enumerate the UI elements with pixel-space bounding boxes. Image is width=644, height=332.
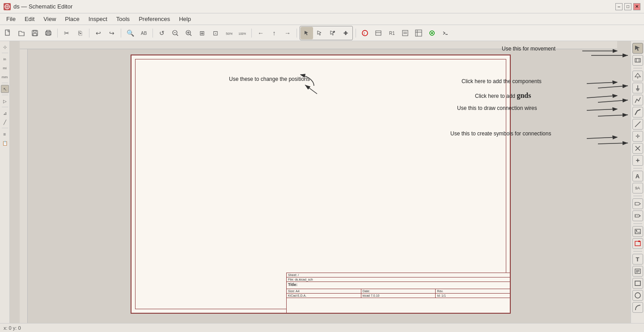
svg-point-83 [635, 293, 640, 298]
pin-table-button[interactable] [412, 27, 425, 39]
minimize-button[interactable]: – [615, 3, 623, 10]
maximize-button[interactable]: □ [624, 3, 631, 10]
move-tools-group [300, 26, 353, 40]
tb-size-label: Size: A4 [287, 289, 361, 293]
svg-text:50%: 50% [226, 32, 233, 36]
svg-rect-6 [33, 34, 37, 36]
left-tool-grid[interactable]: ⊹ [1, 43, 9, 51]
align-tool[interactable] [339, 27, 352, 39]
menu-file[interactable]: File [2, 15, 20, 23]
nav-forward-button[interactable]: → [281, 27, 294, 39]
rs-draw-bus[interactable] [632, 107, 643, 118]
undo-button[interactable]: ↩ [92, 27, 105, 39]
print-button[interactable] [42, 27, 55, 39]
rs-add-symbol[interactable] [632, 71, 643, 81]
rs-draw-wire[interactable] [632, 95, 643, 105]
left-tool-line[interactable]: ╱ [1, 118, 9, 126]
bom-button[interactable] [399, 27, 411, 39]
tb-sheet-label: Sheet: / [287, 273, 510, 277]
svg-line-43 [598, 86, 628, 88]
rs-add-label[interactable]: A [632, 171, 643, 181]
svg-marker-70 [635, 202, 640, 205]
annotate-button[interactable]: R1 [386, 27, 398, 39]
rs-add-hier-label[interactable] [632, 198, 643, 209]
zoom-100-button[interactable]: 100% [236, 27, 249, 39]
menu-preferences[interactable]: Preferences [134, 15, 174, 23]
nav-up-button[interactable]: ↑ [268, 27, 280, 39]
menu-help[interactable]: Help [174, 15, 195, 23]
left-tool-measure[interactable]: ⊿ [1, 109, 9, 117]
svg-marker-58 [635, 73, 640, 77]
rs-add-hier-pin[interactable] [632, 210, 643, 221]
rs-draw-arc[interactable] [632, 302, 643, 313]
rs-select-tool[interactable] [632, 43, 643, 54]
rs-add-power[interactable] [632, 83, 643, 93]
canvas-area[interactable]: Sheet: / File: ds.kicad_sch Title: Size:… [10, 41, 631, 332]
refresh-button[interactable]: ↺ [156, 27, 168, 39]
svg-line-51 [587, 109, 617, 110]
rs-add-global-label[interactable]: 9A [632, 183, 643, 193]
rs-add-pin[interactable] [632, 155, 643, 166]
rs-add-textbox[interactable] [632, 266, 643, 277]
copy-button[interactable]: ⎘ [74, 27, 86, 39]
rs-draw-rect[interactable] [632, 278, 643, 289]
scripting-button[interactable] [439, 27, 452, 39]
annotation-symbols-text: Use this to create symbols for connectio… [450, 130, 551, 137]
netlist-button[interactable] [372, 27, 385, 39]
tb-kicad-version: kicad 7.0.10 [361, 294, 436, 298]
left-tool-sheet[interactable]: 📋 [1, 139, 9, 147]
tb-title-label: Title: [287, 282, 510, 289]
close-button[interactable]: ✕ [633, 3, 640, 10]
rs-add-image[interactable] [632, 226, 643, 237]
menu-inspect[interactable]: Inspect [84, 15, 112, 23]
rs-junction[interactable]: ✛ [632, 131, 643, 142]
left-tool-mm[interactable]: mm [1, 73, 9, 81]
erc-button[interactable]: ! [359, 27, 371, 39]
rs-no-connect[interactable] [632, 143, 643, 154]
rs-draw-circle[interactable] [632, 290, 643, 301]
zoom-fit-button[interactable]: ⊞ [196, 27, 208, 39]
svg-line-44 [598, 100, 628, 102]
tb-row-sheet: Sheet: / [287, 273, 510, 277]
tb-page-label: Id: 1/1 [436, 294, 510, 298]
menu-tools[interactable]: Tools [112, 15, 134, 23]
left-tool-hierarchy[interactable]: ≡ [1, 130, 9, 138]
rs-add-text[interactable]: T [632, 254, 643, 265]
pcb-button[interactable] [426, 27, 438, 39]
left-tool-cursor[interactable]: ↖ [1, 85, 9, 93]
cut-button[interactable]: ✂ [60, 27, 73, 39]
left-tool-inch[interactable]: in [1, 55, 9, 63]
rs-draw-line[interactable] [632, 119, 643, 130]
replace-button[interactable]: AB [137, 27, 150, 39]
select-tool[interactable] [301, 27, 313, 39]
svg-rect-55 [635, 59, 640, 62]
rs-add-image2[interactable] [632, 238, 643, 249]
rs-sep-3 [633, 196, 642, 196]
rs-sep-2 [633, 168, 642, 168]
new-button[interactable] [2, 27, 14, 39]
move-tool[interactable] [314, 27, 326, 39]
open-button[interactable] [15, 27, 28, 39]
svg-rect-3 [5, 30, 9, 35]
move2-tool[interactable] [326, 27, 339, 39]
nav-back-button[interactable]: ← [254, 27, 267, 39]
save-button[interactable] [29, 27, 41, 39]
find-button[interactable]: 🔍 [124, 27, 136, 39]
left-tool-component[interactable]: ▷ [1, 97, 9, 105]
menu-view[interactable]: View [39, 15, 60, 23]
svg-rect-73 [635, 229, 640, 234]
annotation-positions-text: Use these to change the positions [229, 76, 310, 82]
rs-highlight-tool[interactable] [632, 55, 643, 66]
svg-point-23 [333, 31, 335, 33]
redo-button[interactable]: ↪ [106, 27, 118, 39]
zoom-50-button[interactable]: 50% [223, 27, 235, 39]
zoom-in-button[interactable] [169, 27, 182, 39]
svg-text:!: ! [364, 31, 365, 36]
zoom-out-button[interactable] [182, 27, 195, 39]
svg-point-39 [431, 32, 433, 34]
schematic-sheet[interactable]: Sheet: / File: ds.kicad_sch Title: Size:… [131, 55, 511, 314]
menu-place[interactable]: Place [60, 15, 84, 23]
left-tool-mil[interactable]: mi [1, 64, 9, 72]
zoom-fit2-button[interactable]: ⊡ [209, 27, 222, 39]
menu-edit[interactable]: Edit [20, 15, 39, 23]
